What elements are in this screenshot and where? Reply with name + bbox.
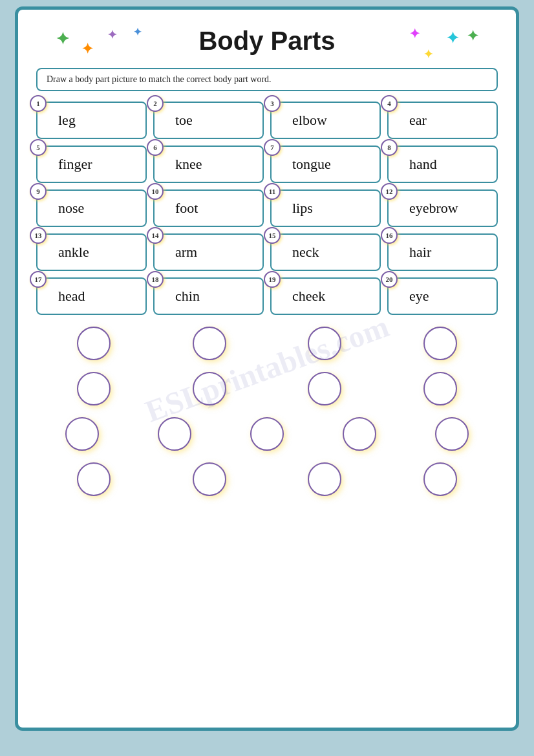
circle-item [423, 327, 457, 360]
num-badge-5: 5 [30, 139, 47, 156]
word-card-15: 15neck [270, 233, 381, 271]
star-orange-left: ✦ [81, 41, 93, 58]
star-blue-left: ✦ [133, 26, 142, 38]
word-text-19: cheek [292, 288, 325, 305]
word-text-3: elbow [292, 112, 327, 129]
circle-item [193, 372, 226, 405]
word-card-7: 7tongue [270, 146, 381, 183]
circle-item [193, 327, 226, 360]
circle-item [193, 462, 226, 496]
word-text-1: leg [58, 112, 76, 129]
word-card-4: 4ear [387, 102, 498, 139]
num-badge-2: 2 [147, 95, 164, 112]
word-text-14: arm [175, 244, 197, 261]
num-badge-10: 10 [147, 183, 164, 200]
star-yellow-right: ✦ [423, 47, 433, 61]
circles-row-1 [36, 327, 498, 360]
num-badge-11: 11 [264, 183, 281, 200]
word-card-14: 14arm [153, 233, 264, 271]
circle-item [308, 372, 341, 405]
word-card-1: 1leg [36, 102, 147, 139]
num-badge-15: 15 [264, 227, 281, 244]
circle-item [343, 417, 376, 451]
circle-item [308, 462, 341, 496]
num-badge-13: 13 [30, 227, 47, 244]
circle-item [435, 417, 469, 451]
num-badge-14: 14 [147, 227, 164, 244]
word-card-12: 12eyebrow [387, 189, 498, 227]
word-card-9: 9nose [36, 189, 147, 227]
word-text-15: neck [292, 244, 319, 261]
num-badge-4: 4 [381, 95, 398, 112]
word-text-11: lips [292, 200, 313, 217]
circle-item [308, 327, 341, 360]
circles-row-3 [36, 417, 498, 451]
num-badge-19: 19 [264, 271, 281, 288]
circle-item [423, 462, 457, 496]
word-card-3: 3elbow [270, 102, 381, 139]
word-text-8: hand [409, 156, 437, 173]
word-text-20: eye [409, 288, 429, 305]
word-grid: 1leg2toe3elbow4ear5finger6knee7tongue8ha… [36, 102, 498, 315]
instruction-box: Draw a body part picture to match the co… [36, 68, 498, 91]
num-badge-18: 18 [147, 271, 164, 288]
word-text-18: chin [175, 288, 200, 305]
num-badge-8: 8 [381, 139, 398, 156]
circles-section [36, 327, 498, 496]
word-card-13: 13ankle [36, 233, 147, 271]
word-text-7: tongue [292, 156, 331, 173]
num-badge-9: 9 [30, 183, 47, 200]
circles-row-2 [36, 372, 498, 405]
word-card-10: 10foot [153, 189, 264, 227]
star-pink-right: ✦ [409, 26, 420, 41]
num-badge-20: 20 [381, 271, 398, 288]
word-text-6: knee [175, 156, 202, 173]
word-text-10: foot [175, 200, 198, 217]
word-text-16: hair [409, 244, 431, 261]
word-card-2: 2toe [153, 102, 264, 139]
word-card-8: 8hand [387, 146, 498, 183]
circles-row-4 [36, 462, 498, 496]
num-badge-12: 12 [381, 183, 398, 200]
circle-item [250, 417, 284, 451]
num-badge-6: 6 [147, 139, 164, 156]
word-text-13: ankle [58, 244, 89, 261]
worksheet-page: ESLprintables.com ✦ ✦ ✦ ✦ Body Parts ✦ ✦… [15, 6, 519, 731]
star-green-right: ✦ [467, 28, 478, 45]
circle-item [77, 462, 111, 496]
word-text-4: ear [409, 112, 427, 129]
instruction-text: Draw a body part picture to match the co… [47, 74, 272, 84]
num-badge-3: 3 [264, 95, 281, 112]
page-title: Body Parts [198, 27, 335, 56]
circle-item [65, 417, 99, 451]
star-teal-right: ✦ [446, 29, 459, 47]
word-card-17: 17head [36, 277, 147, 315]
num-badge-16: 16 [381, 227, 398, 244]
circle-item [77, 327, 111, 360]
word-card-5: 5finger [36, 146, 147, 183]
circle-item [158, 417, 191, 451]
num-badge-7: 7 [264, 139, 281, 156]
word-card-6: 6knee [153, 146, 264, 183]
word-text-9: nose [58, 200, 84, 217]
num-badge-1: 1 [30, 95, 47, 112]
word-text-2: toe [175, 112, 193, 129]
word-card-11: 11lips [270, 189, 381, 227]
word-card-20: 20eye [387, 277, 498, 315]
num-badge-17: 17 [30, 271, 47, 288]
circle-item [77, 372, 111, 405]
word-text-5: finger [58, 156, 92, 173]
star-green-left: ✦ [56, 29, 70, 49]
stars-container: ✦ ✦ ✦ ✦ Body Parts ✦ ✦ ✦ ✦ [36, 23, 498, 68]
circle-item [423, 372, 457, 405]
word-text-12: eyebrow [409, 200, 458, 217]
word-text-17: head [58, 288, 85, 305]
star-purple-left: ✦ [107, 28, 117, 42]
word-card-19: 19cheek [270, 277, 381, 315]
word-card-18: 18chin [153, 277, 264, 315]
word-card-16: 16hair [387, 233, 498, 271]
